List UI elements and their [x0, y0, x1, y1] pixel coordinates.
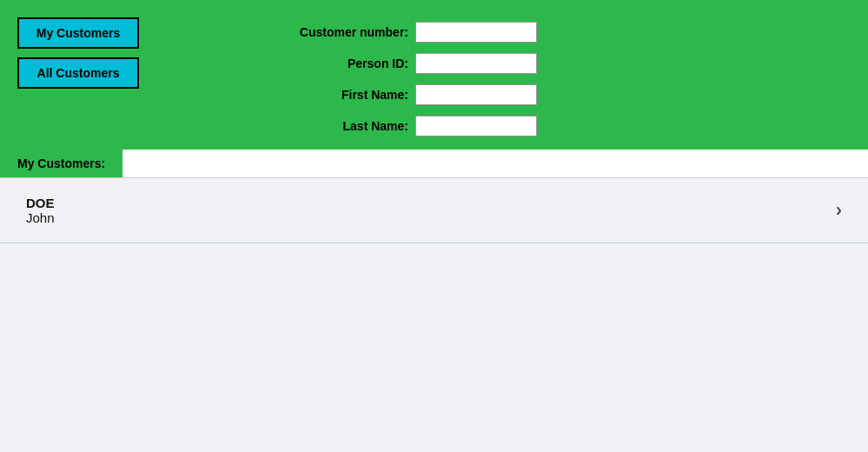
last-name-row: Last Name: [278, 116, 537, 136]
customer-number-row: Customer number: [278, 22, 537, 43]
customer-lastname: DOE [26, 196, 55, 210]
last-name-input[interactable] [415, 116, 537, 136]
last-name-label: Last Name: [278, 119, 408, 133]
tab-section: My Customers: [0, 150, 868, 178]
customer-list: DOE John › [0, 178, 868, 452]
first-name-input[interactable] [415, 84, 537, 105]
customer-firstname: John [26, 210, 55, 225]
nav-buttons: My Customers All Customers [17, 17, 139, 89]
all-customers-button[interactable]: All Customers [17, 57, 139, 89]
chevron-right-icon: › [836, 199, 842, 222]
customer-item[interactable]: DOE John › [0, 178, 868, 243]
tab-my-customers[interactable]: My Customers: [0, 150, 123, 177]
search-fields: Customer number: Person ID: First Name: … [278, 22, 537, 136]
first-name-label: First Name: [278, 88, 408, 102]
person-id-input[interactable] [415, 53, 537, 74]
first-name-row: First Name: [278, 84, 537, 105]
person-id-row: Person ID: [278, 53, 537, 74]
my-customers-button[interactable]: My Customers [17, 17, 139, 49]
customer-info: DOE John [26, 196, 55, 225]
empty-area [0, 243, 868, 400]
customer-number-input[interactable] [415, 22, 537, 43]
tab-bar: My Customers: [0, 150, 868, 178]
header-banner: My Customers All Customers Customer numb… [0, 0, 868, 150]
customer-number-label: Customer number: [278, 25, 408, 39]
person-id-label: Person ID: [278, 56, 408, 70]
